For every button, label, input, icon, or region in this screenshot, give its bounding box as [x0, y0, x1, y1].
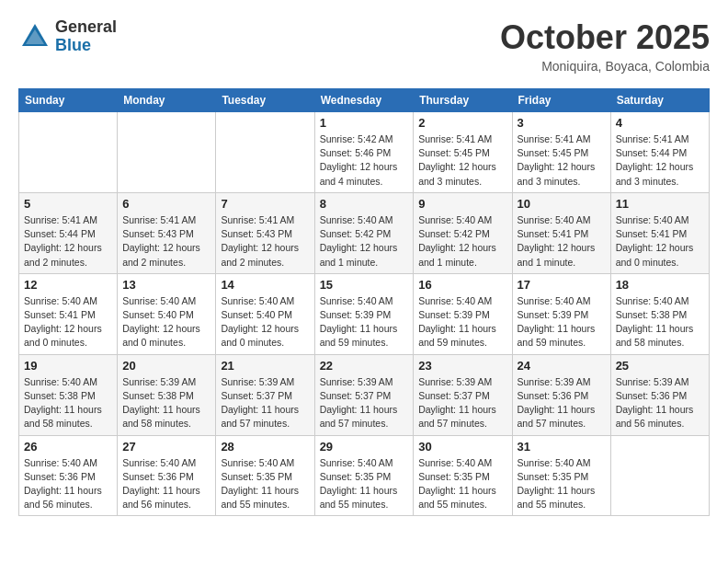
day-info: Sunrise: 5:40 AMSunset: 5:41 PMDaylight:… [24, 294, 112, 350]
calendar-cell: 1Sunrise: 5:42 AMSunset: 5:46 PMDaylight… [314, 112, 414, 193]
day-info-line: Daylight: 11 hours [418, 484, 506, 498]
day-info-line: Sunrise: 5:39 AM [418, 375, 506, 389]
day-info-line: Sunrise: 5:40 AM [122, 294, 210, 308]
day-info-line: Sunset: 5:36 PM [616, 389, 704, 403]
calendar-cell: 25Sunrise: 5:39 AMSunset: 5:36 PMDayligh… [610, 354, 709, 435]
day-number: 2 [418, 116, 506, 130]
day-info: Sunrise: 5:39 AMSunset: 5:37 PMDaylight:… [320, 375, 409, 431]
weekday-header-monday: Monday [118, 89, 216, 112]
day-info-line: Daylight: 11 hours [616, 322, 704, 336]
day-info-line: Daylight: 11 hours [24, 403, 112, 417]
day-info-line: and 0 minutes. [122, 336, 210, 350]
day-info-line: and 57 minutes. [221, 417, 309, 431]
calendar-cell: 16Sunrise: 5:40 AMSunset: 5:39 PMDayligh… [414, 273, 512, 354]
day-info-line: Daylight: 11 hours [221, 403, 309, 417]
day-info: Sunrise: 5:40 AMSunset: 5:39 PMDaylight:… [518, 294, 606, 350]
day-info-line: Sunrise: 5:40 AM [518, 213, 606, 227]
calendar-header-row: SundayMondayTuesdayWednesdayThursdayFrid… [19, 89, 710, 112]
calendar-cell: 4Sunrise: 5:41 AMSunset: 5:44 PMDaylight… [610, 112, 709, 193]
day-info: Sunrise: 5:39 AMSunset: 5:37 PMDaylight:… [221, 375, 309, 431]
day-info-line: and 59 minutes. [320, 336, 409, 350]
day-info-line: and 57 minutes. [320, 417, 409, 431]
day-info-line: Daylight: 12 hours [418, 160, 506, 174]
calendar-cell [118, 112, 216, 193]
day-info-line: Sunrise: 5:40 AM [24, 375, 112, 389]
weekday-header-wednesday: Wednesday [314, 89, 414, 112]
day-info-line: and 0 minutes. [616, 256, 704, 270]
day-info-line: Sunrise: 5:39 AM [221, 375, 309, 389]
day-info-line: Sunset: 5:38 PM [24, 389, 112, 403]
day-info-line: Sunset: 5:42 PM [320, 227, 409, 241]
calendar-cell: 15Sunrise: 5:40 AMSunset: 5:39 PMDayligh… [314, 273, 414, 354]
day-number: 11 [616, 197, 704, 211]
day-info-line: Sunrise: 5:40 AM [418, 294, 506, 308]
day-number: 28 [221, 440, 309, 454]
day-info-line: Sunset: 5:39 PM [518, 308, 606, 322]
day-info-line: Sunset: 5:39 PM [320, 308, 409, 322]
day-info-line: Sunset: 5:36 PM [24, 470, 112, 484]
day-info: Sunrise: 5:39 AMSunset: 5:37 PMDaylight:… [418, 375, 506, 431]
calendar-cell: 13Sunrise: 5:40 AMSunset: 5:40 PMDayligh… [118, 273, 216, 354]
day-info-line: and 59 minutes. [518, 336, 606, 350]
day-info: Sunrise: 5:40 AMSunset: 5:36 PMDaylight:… [24, 456, 112, 512]
day-number: 12 [24, 278, 112, 292]
day-info-line: and 0 minutes. [221, 336, 309, 350]
day-info-line: Daylight: 12 hours [518, 241, 606, 255]
day-info-line: Sunset: 5:46 PM [320, 146, 409, 160]
day-info-line: Sunset: 5:45 PM [418, 146, 506, 160]
calendar-cell: 6Sunrise: 5:41 AMSunset: 5:43 PMDaylight… [118, 192, 216, 273]
day-info-line: Sunrise: 5:40 AM [320, 213, 409, 227]
day-info: Sunrise: 5:40 AMSunset: 5:35 PMDaylight:… [418, 456, 506, 512]
day-info: Sunrise: 5:39 AMSunset: 5:38 PMDaylight:… [122, 375, 210, 431]
day-info-line: and 3 minutes. [518, 175, 606, 189]
day-info: Sunrise: 5:41 AMSunset: 5:45 PMDaylight:… [518, 132, 606, 189]
day-info-line: Sunset: 5:36 PM [518, 389, 606, 403]
weekday-header-tuesday: Tuesday [216, 89, 314, 112]
calendar-cell: 12Sunrise: 5:40 AMSunset: 5:41 PMDayligh… [19, 273, 118, 354]
calendar-cell: 27Sunrise: 5:40 AMSunset: 5:36 PMDayligh… [118, 435, 216, 516]
day-info: Sunrise: 5:40 AMSunset: 5:36 PMDaylight:… [122, 456, 210, 512]
day-info: Sunrise: 5:40 AMSunset: 5:39 PMDaylight:… [320, 294, 409, 350]
day-number: 31 [518, 440, 606, 454]
calendar-cell: 14Sunrise: 5:40 AMSunset: 5:40 PMDayligh… [216, 273, 314, 354]
day-info-line: Sunrise: 5:40 AM [518, 456, 606, 470]
day-info-line: Sunrise: 5:40 AM [320, 294, 409, 308]
day-info-line: Sunrise: 5:42 AM [320, 132, 409, 146]
day-info-line: Daylight: 11 hours [518, 403, 606, 417]
calendar-cell: 29Sunrise: 5:40 AMSunset: 5:35 PMDayligh… [314, 435, 414, 516]
day-info-line: Sunset: 5:43 PM [221, 227, 309, 241]
day-info: Sunrise: 5:40 AMSunset: 5:35 PMDaylight:… [518, 456, 606, 512]
calendar-week-1: 1Sunrise: 5:42 AMSunset: 5:46 PMDaylight… [19, 112, 710, 193]
day-info: Sunrise: 5:42 AMSunset: 5:46 PMDaylight:… [320, 132, 409, 189]
day-info-line: and 57 minutes. [418, 417, 506, 431]
day-info: Sunrise: 5:39 AMSunset: 5:36 PMDaylight:… [616, 375, 704, 431]
logo-blue-text: Blue [55, 37, 117, 55]
day-info-line: Sunrise: 5:40 AM [24, 456, 112, 470]
day-info-line: Daylight: 12 hours [616, 160, 704, 174]
day-info-line: Sunrise: 5:41 AM [221, 213, 309, 227]
day-info-line: Sunrise: 5:40 AM [24, 294, 112, 308]
day-number: 7 [221, 197, 309, 211]
calendar-cell: 22Sunrise: 5:39 AMSunset: 5:37 PMDayligh… [314, 354, 414, 435]
day-info-line: and 0 minutes. [24, 336, 112, 350]
day-number: 10 [518, 197, 606, 211]
day-number: 27 [122, 440, 210, 454]
day-info-line: Daylight: 11 hours [418, 403, 506, 417]
location: Moniquira, Boyaca, Colombia [500, 59, 710, 74]
day-info-line: Daylight: 11 hours [518, 322, 606, 336]
day-info: Sunrise: 5:40 AMSunset: 5:38 PMDaylight:… [616, 294, 704, 350]
day-info-line: and 3 minutes. [616, 175, 704, 189]
calendar-cell: 20Sunrise: 5:39 AMSunset: 5:38 PMDayligh… [118, 354, 216, 435]
day-number: 15 [320, 278, 409, 292]
day-info-line: Daylight: 12 hours [24, 322, 112, 336]
calendar-week-3: 12Sunrise: 5:40 AMSunset: 5:41 PMDayligh… [19, 273, 710, 354]
day-number: 3 [518, 116, 606, 130]
day-info-line: Sunrise: 5:41 AM [616, 132, 704, 146]
day-info-line: Sunset: 5:45 PM [518, 146, 606, 160]
day-info: Sunrise: 5:40 AMSunset: 5:40 PMDaylight:… [122, 294, 210, 350]
day-info-line: Sunset: 5:38 PM [616, 308, 704, 322]
day-info-line: Sunrise: 5:40 AM [221, 456, 309, 470]
calendar-cell: 24Sunrise: 5:39 AMSunset: 5:36 PMDayligh… [512, 354, 610, 435]
day-info-line: Daylight: 12 hours [320, 160, 409, 174]
day-info-line: Sunrise: 5:39 AM [518, 375, 606, 389]
